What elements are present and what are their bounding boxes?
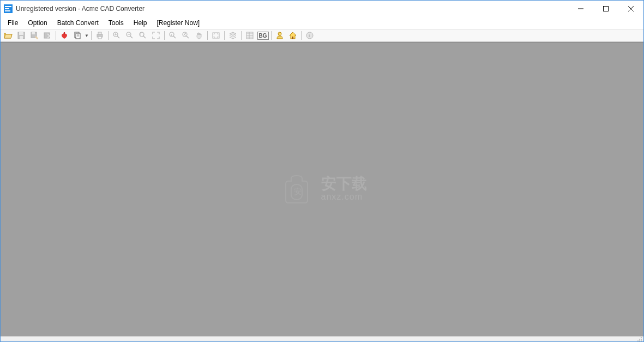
svg-point-50 — [637, 340, 639, 341]
window-controls — [568, 1, 643, 17]
menu-option[interactable]: Option — [23, 18, 52, 28]
help-button[interactable]: i — [304, 30, 316, 41]
svg-point-51 — [639, 339, 640, 340]
app-icon — [4, 4, 13, 13]
menu-help[interactable]: Help — [129, 18, 152, 28]
pan-icon — [195, 31, 203, 40]
minimize-button[interactable] — [568, 1, 593, 17]
toolbar: ▼ — [1, 29, 643, 42]
zoom-real-icon: 1 — [168, 31, 177, 40]
menu-tools[interactable]: Tools — [104, 18, 129, 28]
zoom-previous-icon — [182, 31, 190, 40]
zoom-in-icon — [112, 31, 121, 40]
zoom-in-button[interactable] — [111, 30, 123, 41]
properties-icon — [245, 31, 254, 40]
zoom-extents-button[interactable] — [150, 30, 162, 41]
svg-line-29 — [143, 36, 146, 38]
properties-button[interactable] — [244, 30, 256, 41]
print-button[interactable] — [94, 30, 106, 41]
zoom-out-button[interactable] — [124, 30, 136, 41]
titlebar: Unregistered version - Acme CAD Converte… — [1, 1, 643, 17]
print-icon — [95, 31, 104, 40]
svg-rect-12 — [32, 32, 35, 34]
export-button[interactable] — [41, 30, 53, 41]
user-button[interactable] — [274, 30, 286, 41]
zoom-prev-button[interactable] — [180, 30, 192, 41]
svg-text:i: i — [309, 33, 310, 38]
svg-rect-30 — [140, 33, 143, 36]
maximize-button[interactable] — [593, 1, 618, 17]
full-screen-button[interactable] — [210, 30, 222, 41]
close-button[interactable] — [618, 1, 643, 17]
svg-point-42 — [278, 32, 281, 35]
layers-button[interactable] — [227, 30, 239, 41]
svg-point-49 — [641, 339, 642, 340]
menu-file[interactable]: File — [3, 18, 23, 28]
svg-rect-43 — [292, 37, 293, 39]
open-button[interactable] — [2, 30, 14, 41]
help-icon: i — [305, 31, 314, 40]
svg-line-26 — [130, 36, 133, 38]
pan-button[interactable] — [193, 30, 205, 41]
watermark: 安 安下载 anxz.com — [278, 170, 367, 208]
svg-rect-19 — [98, 32, 101, 34]
full-screen-icon — [212, 31, 220, 40]
menu-batch-convert[interactable]: Batch Convert — [52, 18, 104, 28]
copy-icon — [73, 31, 82, 40]
save-as-button[interactable] — [28, 30, 40, 41]
user-icon — [275, 31, 284, 40]
work-area: 安 安下载 anxz.com — [1, 42, 643, 336]
svg-rect-20 — [98, 37, 101, 39]
svg-rect-5 — [604, 7, 609, 11]
svg-line-32 — [173, 36, 176, 38]
zoom-real-button[interactable]: 1 — [167, 30, 179, 41]
svg-line-35 — [186, 36, 189, 38]
zoom-window-button[interactable] — [137, 30, 149, 41]
pdf-button[interactable] — [58, 30, 70, 41]
open-icon — [4, 31, 13, 40]
zoom-extents-icon — [152, 31, 160, 40]
svg-rect-1 — [5, 6, 11, 7]
copy-dropdown[interactable]: ▼ — [71, 30, 89, 41]
copy-button[interactable] — [71, 30, 83, 41]
window-title: Unregistered version - Acme CAD Converte… — [16, 5, 145, 13]
layers-icon — [228, 31, 237, 40]
svg-point-47 — [641, 340, 642, 341]
background-label: BG — [257, 32, 269, 40]
svg-rect-10 — [20, 36, 23, 39]
menubar: File Option Batch Convert Tools Help [Re… — [1, 17, 643, 29]
resize-grip[interactable] — [636, 337, 642, 342]
svg-text:安: 安 — [294, 187, 302, 196]
menu-register-now[interactable]: [Register Now] — [152, 18, 204, 28]
svg-line-22 — [117, 36, 119, 38]
home-icon — [288, 31, 297, 40]
export-icon — [43, 31, 52, 40]
watermark-en: anxz.com — [321, 191, 367, 202]
save-as-icon — [30, 31, 39, 40]
svg-rect-9 — [19, 32, 23, 35]
svg-rect-3 — [5, 10, 10, 11]
svg-point-52 — [641, 337, 642, 338]
pdf-icon — [60, 31, 69, 40]
zoom-window-icon — [139, 31, 147, 40]
dropdown-arrow-icon[interactable]: ▼ — [84, 33, 89, 38]
home-button[interactable] — [287, 30, 299, 41]
save-button[interactable] — [15, 30, 27, 41]
statusbar — [1, 336, 643, 341]
svg-rect-2 — [5, 8, 9, 9]
background-button[interactable]: BG — [257, 30, 269, 41]
svg-point-48 — [639, 340, 640, 341]
watermark-logo-icon: 安 — [278, 170, 316, 208]
save-icon — [17, 31, 26, 40]
zoom-out-icon — [125, 31, 134, 40]
watermark-cn: 安下载 — [321, 176, 367, 191]
